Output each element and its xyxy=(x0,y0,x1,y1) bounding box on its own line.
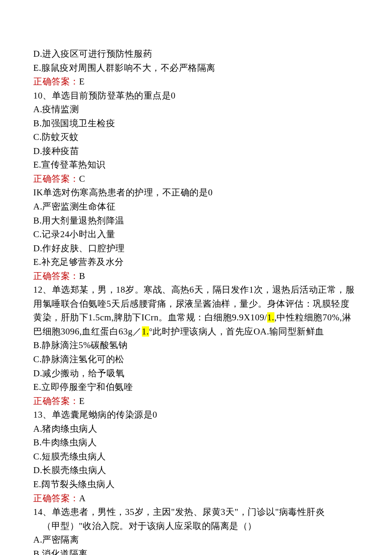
q10-option-c: C.防蚊灭蚊 xyxy=(33,130,359,144)
q12-stem-line3: 黄染，肝肋下1.5cm,脾肋下ICrn。血常规：白细胞9.9X109/1.,中性… xyxy=(33,311,359,325)
q11-stem: IK单选对伤寒高热患者的护理，不正确的是0 xyxy=(33,186,359,200)
q11-option-c: C.记录24小时出入量 xyxy=(33,227,359,241)
q9-option-e: E.腺鼠疫对周围人群影响不大，不必严格隔离 xyxy=(33,61,359,75)
q14-option-a: A.严密隔离 xyxy=(33,533,359,547)
q12-stem-line2: 用氯唾联合伯氨喹5天后感腰背痛，尿液呈酱油样，量少。身体评估：巩膜轻度 xyxy=(33,297,359,311)
q11-option-d: D.作好皮肤、口腔护理 xyxy=(33,241,359,256)
q12-stem-line1: 12、单选郑某，男，18岁。寒战、高热6天，隔日发作1次，退热后活动正常，服 xyxy=(33,283,359,297)
q9-answer-line: 正确答案：E xyxy=(33,75,359,89)
answer-label: 正确答案： xyxy=(33,396,79,406)
q10-option-e: E.宣传登革热知识 xyxy=(33,158,359,172)
q10-answer: C xyxy=(79,174,86,184)
answer-label: 正确答案： xyxy=(33,76,79,87)
q11-answer: B xyxy=(79,271,86,281)
q12-stem-line4: 巴细胞3096,血红蛋白63g／1.°此时护理该病人，首先应OA.输同型新鲜血 xyxy=(33,325,359,339)
q9-option-d: D.进入疫区可进行预防性服药 xyxy=(33,47,359,61)
answer-label: 正确答案： xyxy=(33,174,79,184)
q13-option-e: E.阔节裂头绦虫病人 xyxy=(33,477,359,491)
q12-answer-line: 正确答案：E xyxy=(33,394,359,408)
q13-option-c: C.短膜壳绦虫病人 xyxy=(33,450,359,464)
q12-option-c: C.静脉滴注氢化可的松 xyxy=(33,352,359,366)
document-page: D.进入疫区可进行预防性服药 E.腺鼠疫对周围人群影响不大，不必严格隔离 正确答… xyxy=(0,0,392,555)
q14-option-b: B.消化道隔离 xyxy=(33,547,359,555)
q10-stem: 10、单选目前预防登革热的重点是0 xyxy=(33,89,359,103)
q11-option-b: B.用大剂量退热剂降温 xyxy=(33,214,359,228)
q13-answer-line: 正确答案：A xyxy=(33,491,359,506)
q14-stem-line2: （甲型）"收治入院。对于该病人应采取的隔离是（） xyxy=(33,519,359,533)
q13-option-b: B.牛肉绦虫病人 xyxy=(33,436,359,450)
highlight-text: 1. xyxy=(267,312,274,323)
q12-option-e: E.立即停服奎宁和伯氨喹 xyxy=(33,380,359,394)
q10-option-b: B.加强国境卫生检疫 xyxy=(33,116,359,131)
q12-stem-line3b: ,中性粒细胞70%,淋 xyxy=(274,312,352,323)
answer-label: 正确答案： xyxy=(33,493,79,503)
q10-answer-line: 正确答案：C xyxy=(33,172,359,186)
q12-stem-line3a: 黄染，肝肋下1.5cm,脾肋下ICrn。血常规：白细胞9.9X109/ xyxy=(33,312,267,323)
q12-option-d: D.减少搬动，给予吸氧 xyxy=(33,366,359,381)
q11-option-a: A.严密监测生命体征 xyxy=(33,200,359,214)
q12-stem-line4a: 巴细胞3096,血红蛋白63g／ xyxy=(33,326,142,337)
answer-label: 正确答案： xyxy=(33,271,79,281)
q10-option-a: A.疫情监测 xyxy=(33,102,359,116)
q12-answer: E xyxy=(79,396,85,406)
q13-answer: A xyxy=(79,493,86,503)
q11-answer-line: 正确答案：B xyxy=(33,269,359,283)
q14-stem-line1: 14、单选患者，男性，35岁，主因"发热、尿黄3天"，门诊以"病毒性肝炎 xyxy=(33,505,359,519)
q13-option-d: D.长膜壳绦虫病人 xyxy=(33,463,359,477)
q13-stem: 13、单选囊尾蚴病的传染源是0 xyxy=(33,408,359,422)
q11-option-e: E.补充足够营养及水分 xyxy=(33,255,359,269)
q10-option-d: D.接种疫苗 xyxy=(33,144,359,158)
q12-stem-line4b: °此时护理该病人，首先应OA.输同型新鲜血 xyxy=(149,326,324,337)
q9-answer: E xyxy=(79,76,85,87)
highlight-text: 1. xyxy=(142,326,149,337)
q13-option-a: A.猪肉绦虫病人 xyxy=(33,422,359,436)
q12-option-b: B.静脉滴注5%碳酸氢钠 xyxy=(33,338,359,352)
